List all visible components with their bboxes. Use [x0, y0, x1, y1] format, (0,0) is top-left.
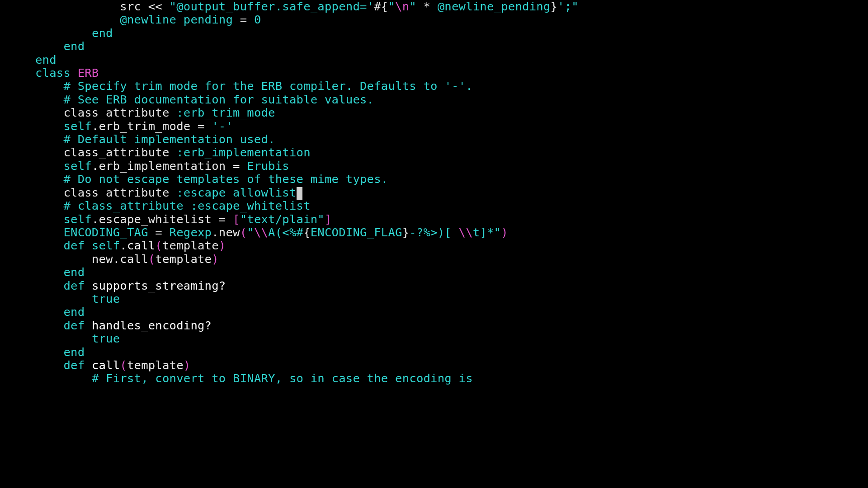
code-token: ) [184, 358, 191, 372]
code-token: \\ [459, 225, 473, 239]
code-token: template [162, 239, 219, 252]
code-token: ) [219, 239, 226, 252]
code-token: class_attribute [63, 106, 176, 119]
code-token: # See ERB documentation for suitable val… [63, 93, 374, 106]
code-token: . [120, 239, 127, 252]
code-line[interactable]: def call(template) [35, 359, 868, 372]
code-token: #{ [374, 0, 388, 13]
code-token: src << [120, 0, 169, 13]
code-token: end [63, 39, 85, 53]
code-line[interactable]: end [35, 305, 868, 319]
code-token: [ [233, 212, 240, 226]
code-token: ( [148, 252, 156, 266]
code-token: end [35, 53, 57, 66]
code-token [85, 358, 92, 372]
code-token: true [92, 332, 120, 345]
code-token: .new [212, 225, 240, 239]
code-token: @newline_pending [438, 0, 551, 13]
code-token: " [247, 225, 254, 239]
code-token: A(<%# [268, 225, 303, 239]
code-token: true [92, 292, 120, 305]
code-line[interactable]: self.erb_trim_mode = '-' [35, 120, 868, 133]
code-token: = [148, 225, 170, 239]
code-token: handles_encoding? [92, 319, 212, 332]
code-token: * [416, 0, 438, 13]
code-token: '-' [212, 119, 233, 133]
code-line[interactable]: true [35, 332, 868, 345]
code-token: ( [240, 225, 247, 239]
code-token: self [63, 119, 91, 133]
code-token: ] [325, 212, 332, 226]
code-token: Regexp [170, 225, 212, 239]
code-token: # Specify trim mode for the ERB compiler… [63, 79, 472, 93]
code-line[interactable]: src << "@output_buffer.safe_append='#{"\… [35, 0, 868, 13]
code-line[interactable]: class_attribute :erb_trim_mode [35, 106, 868, 119]
code-token: self [92, 239, 120, 252]
code-line[interactable]: # Specify trim mode for the ERB compiler… [35, 80, 868, 93]
code-token: ( [120, 358, 127, 372]
code-token: \n [395, 0, 409, 13]
code-line[interactable]: ENCODING_TAG = Regexp.new("\\A(<%#{ENCOD… [35, 226, 868, 239]
code-line[interactable]: end [35, 40, 868, 53]
code-line[interactable]: @newline_pending = 0 [35, 13, 868, 26]
code-token: .escape_whitelist = [92, 212, 233, 226]
code-token: Erubis [247, 159, 289, 173]
code-token: end [63, 345, 85, 359]
code-token: class_attribute [63, 145, 176, 159]
code-token [85, 279, 92, 292]
code-token: -?%>)[ [409, 225, 458, 239]
code-line[interactable]: end [35, 266, 868, 279]
code-line[interactable]: # Do not escape templates of these mime … [35, 173, 868, 186]
code-editor[interactable]: src << "@output_buffer.safe_append='#{"\… [0, 0, 868, 385]
code-token: self [63, 159, 91, 173]
code-token: call [92, 358, 120, 372]
code-line[interactable]: class_attribute :erb_implementation [35, 146, 868, 159]
code-token: :erb_implementation [176, 145, 311, 159]
code-token: .erb_implementation = [92, 159, 247, 173]
code-line[interactable]: end [35, 346, 868, 359]
code-line[interactable]: # class_attribute :escape_whitelist [35, 199, 868, 212]
code-token: template [155, 252, 212, 266]
code-token: # First, convert to BINARY, so in case t… [92, 371, 473, 385]
code-token: def [63, 319, 85, 332]
code-token: def [63, 279, 85, 292]
code-line[interactable]: def self.call(template) [35, 239, 868, 252]
code-token: template [127, 358, 184, 372]
code-token: # Default implementation used. [63, 132, 275, 146]
code-token: :escape_allowlist [176, 186, 296, 199]
code-token: new.call [92, 252, 148, 266]
code-line[interactable]: self.erb_implementation = Erubis [35, 160, 868, 173]
code-token [85, 239, 92, 252]
code-token: :erb_trim_mode [176, 106, 275, 119]
code-token: .erb_trim_mode = [92, 119, 212, 133]
code-token: end [63, 265, 85, 279]
code-line[interactable]: true [35, 292, 868, 305]
code-line[interactable]: class ERB [35, 66, 868, 80]
code-token: class_attribute [63, 186, 176, 199]
code-token: = [233, 13, 254, 26]
code-token: ERB [78, 66, 99, 80]
code-line[interactable]: end [35, 27, 868, 40]
code-line[interactable]: # First, convert to BINARY, so in case t… [35, 372, 868, 385]
code-line[interactable]: end [35, 53, 868, 66]
code-token: t]*" [473, 225, 501, 239]
code-line[interactable]: def supports_streaming? [35, 279, 868, 292]
code-token: self [63, 212, 91, 226]
code-token: ) [501, 225, 508, 239]
code-token: " [409, 0, 416, 13]
code-line[interactable]: def handles_encoding? [35, 319, 868, 332]
code-token: ENCODING_TAG [63, 225, 148, 239]
code-line[interactable]: class_attribute :escape_allowlist [35, 186, 868, 199]
code-line[interactable]: # Default implementation used. [35, 133, 868, 146]
code-token: class [35, 66, 71, 80]
code-line[interactable]: new.call(template) [35, 253, 868, 266]
code-line[interactable]: # See ERB documentation for suitable val… [35, 93, 868, 106]
code-token: call [127, 239, 155, 252]
code-token: ';" [557, 0, 579, 13]
code-token: def [63, 239, 85, 252]
code-line[interactable]: self.escape_whitelist = ["text/plain"] [35, 213, 868, 226]
code-token: 0 [254, 13, 261, 26]
code-token: " [388, 0, 395, 13]
code-token: ( [155, 239, 162, 252]
code-token: { [303, 225, 311, 239]
